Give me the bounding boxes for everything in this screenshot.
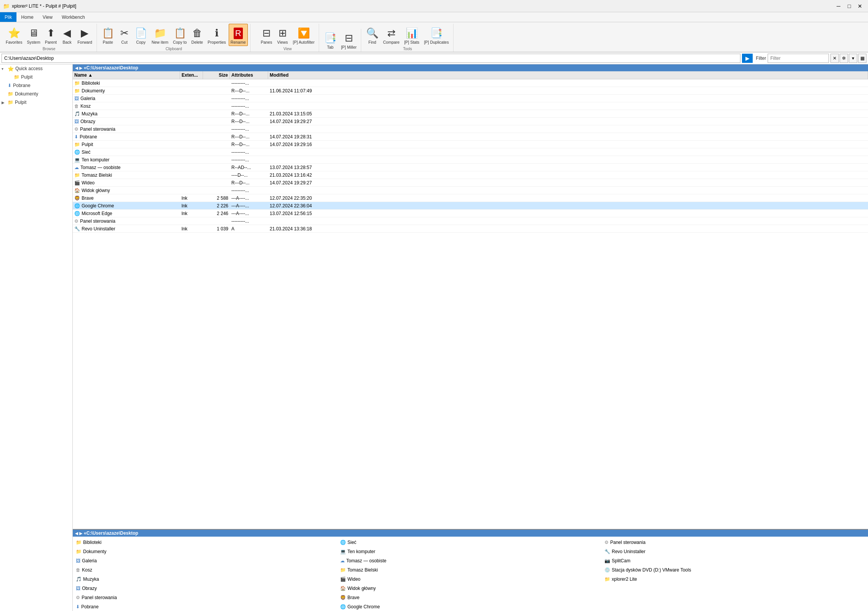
address-go-button[interactable]: ▶ <box>742 54 753 63</box>
panes-button[interactable]: ⊟ Panes <box>259 24 274 46</box>
col-header-ext[interactable]: Exten... <box>180 71 203 79</box>
table-row[interactable]: 🔧 Revo Uninstaller lnk 1 039 A 21.03.202… <box>73 225 868 233</box>
list-item[interactable]: 💻 Ten komputer <box>339 547 602 556</box>
col-header-modified[interactable]: Modified <box>268 71 868 79</box>
table-row[interactable]: 🖼 Obrazy R---D--... 14.07.2024 19:29:27 <box>73 118 868 125</box>
parent-button[interactable]: ⬆ Parent <box>43 24 59 46</box>
sidebar-item-pulpit2[interactable]: ▶ 📁 Pulpit <box>0 98 72 107</box>
sidebar-item-pulpit[interactable]: 📁 Pulpit <box>0 73 72 81</box>
table-row[interactable]: 🌐 Google Chrome lnk 2 226 ---A----... 12… <box>73 202 868 210</box>
grid-item-icon: 🏠 <box>340 586 346 591</box>
table-row[interactable]: 📁 Dokumenty R---D--... 11.06.2024 11:07:… <box>73 87 868 95</box>
sidebar-item-pobrane[interactable]: ⬇ Pobrane <box>0 81 72 90</box>
table-row[interactable]: ⚙ Panel sterowania ---------... <box>73 125 868 133</box>
col-header-size[interactable]: Size <box>203 71 230 79</box>
stats-button[interactable]: 📊 [P] Stats <box>402 24 421 46</box>
list-item[interactable]: ⬇ Pobrane <box>74 603 338 611</box>
list-item[interactable]: 🌐 Sieć <box>339 538 602 547</box>
autofilter-button[interactable]: 🔽 [P] Autofilter <box>291 24 317 46</box>
sidebar-item-quick-access[interactable]: ▾ ⭐ Quick access <box>0 64 72 73</box>
properties-button[interactable]: ℹ Properties <box>206 24 228 46</box>
compare-button[interactable]: ⇄ Compare <box>381 24 401 46</box>
file-name: Obrazy <box>80 119 95 124</box>
tab-button[interactable]: 📑 Tab <box>322 29 338 51</box>
system-button[interactable]: 🖥 System <box>25 24 42 46</box>
menu-home[interactable]: Home <box>16 12 38 22</box>
maximize-button[interactable]: □ <box>844 2 854 10</box>
table-row[interactable]: 🦁 Brave lnk 2 588 ---A----... 12.07.2024… <box>73 194 868 202</box>
copy-to-button[interactable]: 📋 Copy to <box>171 24 188 46</box>
list-item[interactable]: 🔧 Revo Uninstaller <box>603 547 866 556</box>
list-item[interactable]: 📁 Dokumenty <box>74 547 338 556</box>
back-button[interactable]: ◀ Back <box>59 24 75 46</box>
table-row[interactable]: 🗑 Kosz ---------... <box>73 102 868 110</box>
list-item[interactable]: 🦁 Brave <box>339 593 602 602</box>
table-row[interactable]: ⬇ Pobrane R---D--... 14.07.2024 19:28:31 <box>73 133 868 141</box>
cut-button[interactable]: ✂ Cut <box>117 24 132 46</box>
list-item[interactable]: 💿 Stacja dysków DVD (D:) VMware Tools <box>603 566 866 574</box>
list-item[interactable]: 🏠 Widok główny <box>339 584 602 593</box>
list-item[interactable]: 🖼 Galeria <box>74 557 338 565</box>
pulpit2-expander: ▶ <box>2 100 6 105</box>
table-row[interactable]: 🖼 Galeria ---------... <box>73 95 868 102</box>
table-row[interactable]: 🌐 Microsoft Edge lnk 2 246 ---A----... 1… <box>73 210 868 217</box>
table-row[interactable]: ⚙ Panel sterowania ---------... <box>73 217 868 225</box>
table-row[interactable]: 🌐 Sieć ---------... <box>73 148 868 156</box>
table-row[interactable]: 📁 Biblioteki ---------... <box>73 79 868 87</box>
list-item[interactable]: 📷 SplitCam <box>603 557 866 565</box>
list-item[interactable]: 🖼 Obrazy <box>74 584 338 593</box>
menu-workbench[interactable]: Workbench <box>57 12 89 22</box>
col-header-attr[interactable]: Attributes <box>230 71 268 79</box>
rename-button[interactable]: R Rename <box>229 24 248 46</box>
list-item[interactable]: ⚙ Panel sterowania <box>603 538 866 547</box>
address-input[interactable] <box>2 54 740 63</box>
duplicates-button[interactable]: 📑 [P] Duplicates <box>422 24 451 46</box>
list-item[interactable]: 🌐 Google Chrome <box>339 603 602 611</box>
table-row[interactable]: ☁ Tomasz — osobiste R--AD--... 13.07.202… <box>73 164 868 171</box>
file-name: Biblioteki <box>82 80 100 86</box>
list-item[interactable]: 📁 Tomasz Bielski <box>339 566 602 574</box>
close-button[interactable]: ✕ <box>855 2 865 10</box>
filter-view-button[interactable]: ▦ <box>858 54 866 63</box>
forward-button[interactable]: ▶ Forward <box>75 24 94 46</box>
table-row[interactable]: 💻 Ten komputer ---------... <box>73 156 868 164</box>
filter-dropdown-button[interactable]: ▾ <box>849 54 857 63</box>
table-row[interactable]: 🎵 Muzyka R---D--... 21.03.2024 13:15:05 <box>73 110 868 118</box>
list-item[interactable]: 🎬 Wideo <box>339 575 602 583</box>
views-button[interactable]: ⊞ Views <box>275 24 290 46</box>
list-item[interactable]: ⚙ Panel sterowania <box>74 593 338 602</box>
delete-icon: 🗑 <box>192 27 202 39</box>
new-item-button[interactable]: 📁 New item <box>150 24 170 46</box>
menu-plik[interactable]: Plik <box>0 12 16 22</box>
table-row[interactable]: 🎬 Wideo R---D--... 14.07.2024 19:29:27 <box>73 179 868 187</box>
find-button[interactable]: 🔍 Find <box>364 24 380 46</box>
miller-button[interactable]: ⊟ [P] Miller <box>339 29 359 51</box>
minimize-button[interactable]: ─ <box>834 2 843 10</box>
table-row[interactable]: 📁 Pulpit R---D--... 14.07.2024 19:29:16 <box>73 141 868 148</box>
file-attr: ---A----... <box>230 203 268 209</box>
grid-item-name: Revo Uninstaller <box>612 549 645 554</box>
list-item[interactable]: ☁ Tomasz — osobiste <box>339 557 602 565</box>
file-attr: ----D--... <box>230 172 268 178</box>
dokumenty-icon: 📁 <box>8 91 13 97</box>
delete-button[interactable]: 🗑 Delete <box>190 24 205 46</box>
list-item[interactable]: 🎵 Muzyka <box>74 575 338 583</box>
paste-button[interactable]: 📋 Paste <box>100 24 116 46</box>
menu-view[interactable]: View <box>38 12 57 22</box>
sidebar-item-dokumenty[interactable]: 📁 Dokumenty <box>0 90 72 98</box>
list-item[interactable]: 🗑 Kosz <box>74 566 338 574</box>
filter-options-button[interactable]: ✲ <box>840 54 848 63</box>
col-header-name[interactable]: Name ▲ <box>73 71 180 79</box>
table-row[interactable]: 🏠 Widok główny ---------... <box>73 187 868 194</box>
filter-clear-button[interactable]: ✕ <box>830 54 839 63</box>
favorites-button[interactable]: ⭐ Favorites <box>4 24 24 46</box>
file-modified <box>268 83 868 84</box>
list-item[interactable]: 📁 xplorer2 Lite <box>603 575 866 583</box>
file-size <box>203 152 230 153</box>
file-ext <box>180 175 203 176</box>
filter-input[interactable] <box>768 54 829 63</box>
list-item[interactable]: 📁 Biblioteki <box>74 538 338 547</box>
file-attr: ---------... <box>230 103 268 109</box>
copy-button[interactable]: 📄 Copy <box>133 24 149 46</box>
table-row[interactable]: 📁 Tomasz Bielski ----D--... 21.03.2024 1… <box>73 171 868 179</box>
